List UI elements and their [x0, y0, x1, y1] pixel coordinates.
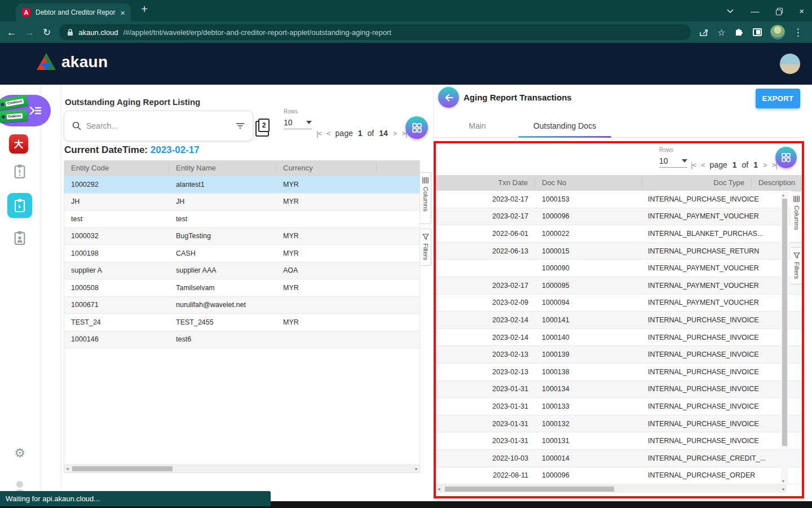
- scrollbar-thumb[interactable]: [72, 466, 173, 471]
- extensions-puzzle-icon[interactable]: [734, 27, 744, 37]
- scroll-right-icon[interactable]: ▸: [782, 486, 785, 492]
- table-row[interactable]: 2023-02-13 1000138 INTERNAL_PURCHASE_INV…: [436, 364, 802, 381]
- minimize-button[interactable]: —: [751, 6, 759, 16]
- multi-page-icon[interactable]: 2: [255, 119, 270, 135]
- browser-tab[interactable]: A Debtor and Creditor Report ×: [16, 3, 131, 21]
- scroll-right-icon[interactable]: ▸: [415, 466, 418, 471]
- grid-view-button[interactable]: [775, 147, 797, 168]
- first-page-button[interactable]: |<: [691, 161, 696, 169]
- rows-select[interactable]: 10: [284, 118, 312, 129]
- table-row[interactable]: 1000032 BugTesting MYR: [64, 228, 420, 246]
- table-row[interactable]: 2023-01-31 1000132 INTERNAL_PURCHASE_INV…: [436, 415, 802, 433]
- columns-side-tab[interactable]: Columns: [791, 191, 802, 243]
- back-icon[interactable]: ←: [7, 28, 16, 37]
- scroll-up-icon[interactable]: ▴: [782, 192, 784, 198]
- doc-type-cell: INTERNAL_PURCHASE_INVOICE: [642, 420, 783, 428]
- entity-code-cell: 1000146: [64, 335, 169, 343]
- entity-name-cell: BugTesting: [169, 232, 276, 240]
- table-row[interactable]: 2022-06-01 1000022 INTERNAL_BLANKET_PURC…: [436, 225, 802, 243]
- column-header-entity-code[interactable]: Entity Code: [64, 163, 169, 173]
- window-controls: — ×: [727, 0, 804, 21]
- filter-lines-icon[interactable]: [236, 122, 245, 129]
- tab-main[interactable]: Main: [451, 116, 504, 136]
- table-row[interactable]: 2023-01-31 1000131 INTERNAL_PURCHASE_INV…: [436, 432, 802, 450]
- table-row[interactable]: 1000090 INTERNAL_PAYMENT_VOUCHER: [436, 260, 802, 277]
- tab-outstanding-docs[interactable]: Outstanding Docs: [518, 116, 611, 136]
- back-button[interactable]: [438, 87, 459, 108]
- table-row[interactable]: 2023-01-31 1000134 INTERNAL_PURCHASE_INV…: [436, 381, 802, 398]
- browser-profile-avatar[interactable]: [770, 25, 785, 40]
- left-horizontal-scrollbar[interactable]: ◂ ▸: [64, 465, 420, 472]
- new-tab-button[interactable]: +: [141, 2, 148, 16]
- table-row[interactable]: 2023-02-17 1000096 INTERNAL_PAYMENT_VOUC…: [436, 208, 802, 226]
- filters-tab-label: Filters: [422, 243, 429, 260]
- table-row[interactable]: 1000671 nurulifah@wavelet.net: [64, 297, 420, 314]
- restore-button[interactable]: [776, 8, 782, 14]
- table-row[interactable]: 2023-02-14 1000140 INTERNAL_PURCHASE_INV…: [436, 329, 802, 347]
- scrollbar-thumb[interactable]: [445, 487, 614, 492]
- table-row[interactable]: supplier A supplier AAA AOA: [64, 262, 420, 280]
- dai-character-icon: [13, 138, 24, 150]
- right-vertical-scrollbar[interactable]: ▴ ▾: [781, 192, 788, 484]
- tab-search-chevron-icon[interactable]: [727, 9, 734, 13]
- address-bar[interactable]: akaun.cloud /#/applet/tnt/wavelet/erp/de…: [59, 24, 691, 40]
- search-input[interactable]: [86, 121, 231, 130]
- table-row[interactable]: test test: [64, 211, 420, 228]
- share-icon[interactable]: [699, 28, 709, 37]
- search-box[interactable]: [64, 111, 253, 141]
- tab-close-icon[interactable]: ×: [120, 8, 125, 17]
- table-row[interactable]: 2023-02-17 1000095 INTERNAL_PAYMENT_VOUC…: [436, 277, 802, 295]
- table-row[interactable]: 2023-02-14 1000141 INTERNAL_PURCHASE_INV…: [436, 312, 802, 329]
- sidebar-item-report-active[interactable]: [7, 193, 32, 218]
- table-row[interactable]: TEST_24 TEST_2455 MYR: [64, 314, 420, 331]
- export-button[interactable]: EXPORT: [756, 89, 800, 108]
- column-header-doc-type[interactable]: Doc Type: [642, 178, 752, 188]
- table-row[interactable]: 1000146 test6: [64, 331, 420, 349]
- column-header-currency[interactable]: Currency: [276, 163, 377, 173]
- sidebar-item-debtor-creditor-applet[interactable]: Creditors Debtors: [0, 95, 51, 126]
- forward-icon[interactable]: →: [25, 28, 34, 37]
- grid-view-button[interactable]: [405, 116, 428, 139]
- prev-page-button[interactable]: <: [701, 161, 705, 169]
- side-panel-icon[interactable]: [753, 28, 762, 36]
- sidebar-item-clipboard-person[interactable]: [14, 230, 27, 246]
- table-row[interactable]: 1000292 alantest1 MYR: [64, 176, 420, 194]
- table-row[interactable]: 2022-06-13 1000015 INTERNAL_PURCHASE_RET…: [436, 243, 802, 260]
- scroll-down-icon[interactable]: ▾: [782, 479, 784, 484]
- filters-side-tab[interactable]: Filters: [420, 229, 431, 266]
- table-row[interactable]: 2023-02-09 1000094 INTERNAL_PAYMENT_VOUC…: [436, 295, 802, 312]
- rows-select[interactable]: 10: [659, 156, 687, 168]
- next-page-button[interactable]: >: [763, 161, 767, 169]
- column-header-doc-no[interactable]: Doc No: [535, 178, 642, 188]
- browser-menu-dots-icon[interactable]: ⋮: [793, 27, 803, 38]
- column-header-description[interactable]: Description: [752, 178, 802, 188]
- bookmark-star-icon[interactable]: ☆: [717, 27, 725, 38]
- scroll-left-icon[interactable]: ◂: [438, 486, 440, 492]
- scroll-left-icon[interactable]: ◂: [66, 466, 69, 471]
- column-header-entity-name[interactable]: Entity Name: [169, 163, 276, 173]
- table-row[interactable]: 2022-10-03 1000014 INTERNAL_PURCHASE_CRE…: [436, 450, 802, 467]
- column-header-txn-date[interactable]: Txn Date: [436, 178, 535, 188]
- next-page-button[interactable]: >: [393, 129, 397, 138]
- user-avatar[interactable]: [779, 53, 801, 75]
- sidebar-item-dai-app[interactable]: [9, 134, 28, 154]
- right-horizontal-scrollbar[interactable]: ◂ ▸: [436, 485, 787, 493]
- reload-icon[interactable]: ↻: [43, 28, 51, 37]
- first-page-button[interactable]: |<: [316, 129, 321, 138]
- table-row[interactable]: 2023-01-31 1000133 INTERNAL_PURCHASE_INV…: [436, 398, 802, 415]
- filters-side-tab[interactable]: Filters: [791, 247, 802, 284]
- scrollbar-thumb[interactable]: [782, 199, 787, 446]
- settings-gear-icon[interactable]: ⚙: [14, 446, 25, 461]
- sidebar-item-clipboard[interactable]: [14, 164, 27, 179]
- prev-page-button[interactable]: <: [326, 129, 330, 138]
- table-row[interactable]: 1000508 Tamilselvam MYR: [64, 279, 420, 297]
- table-row[interactable]: 1000198 CASH MYR: [64, 245, 420, 262]
- table-row[interactable]: 2022-08-11 1000096 INTERNAL_PURCHASE_ORD…: [436, 467, 802, 485]
- table-row[interactable]: 2023-02-13 1000139 INTERNAL_PURCHASE_INV…: [436, 346, 802, 364]
- grid-icon: [412, 123, 422, 133]
- table-row[interactable]: 2023-02-17 1000153 INTERNAL_PURCHASE_INV…: [436, 191, 802, 208]
- table-row[interactable]: JH JH MYR: [64, 194, 420, 211]
- columns-side-tab[interactable]: Columns: [420, 172, 431, 224]
- entity-table: Entity Code Entity Name Currency 1000292…: [64, 160, 420, 473]
- close-window-button[interactable]: ×: [799, 6, 804, 16]
